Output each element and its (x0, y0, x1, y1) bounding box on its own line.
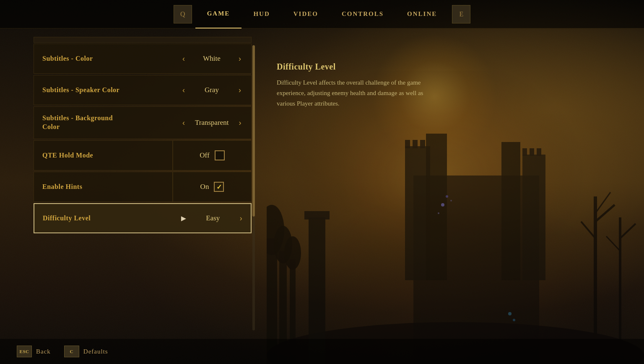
description-title: Difficulty Level (277, 62, 619, 72)
cursor-icon: ► (179, 214, 188, 223)
difficulty-level-value: Easy (196, 214, 230, 222)
subtitles-bg-color-prev[interactable]: ‹ (179, 117, 188, 129)
hints-value-label: On (200, 183, 209, 191)
nav-tabs: GAME HUD VIDEO CONTROLS ONLINE (195, 0, 449, 28)
subtitles-color-label: Subtitles - Color (34, 55, 172, 62)
subtitles-color-next[interactable]: › (235, 53, 244, 65)
qte-hold-mode-control: Off (173, 150, 251, 160)
difficulty-level-next[interactable]: › (236, 212, 246, 225)
partial-row (34, 37, 252, 43)
qte-checkbox-group: Off (200, 150, 224, 160)
subtitles-color-prev[interactable]: ‹ (179, 53, 188, 65)
setting-row-subtitles-bg-color[interactable]: Subtitles - BackgroundColor ‹ Transparen… (34, 106, 252, 139)
subtitles-speaker-color-prev[interactable]: ‹ (179, 84, 188, 96)
subtitles-bg-color-control: ‹ Transparent › (172, 117, 252, 129)
main-area: Subtitles - Color ‹ White › Subtitles - … (0, 28, 644, 339)
hints-checkbox-group: On ✓ (200, 182, 224, 192)
setting-row-subtitles-color[interactable]: Subtitles - Color ‹ White › (34, 44, 252, 74)
c-key: C (64, 346, 79, 357)
subtitles-speaker-color-label: Subtitles - Speaker Color (34, 86, 172, 94)
difficulty-level-label: Difficulty Level (34, 214, 173, 222)
tab-controls[interactable]: CONTROLS (330, 0, 395, 28)
settings-panel: Subtitles - Color ‹ White › Subtitles - … (34, 37, 252, 339)
setting-row-difficulty-level[interactable]: Difficulty Level ► Easy › (34, 203, 252, 233)
subtitles-bg-color-label: Subtitles - BackgroundColor (34, 114, 172, 132)
subtitles-bg-color-value: Transparent (195, 119, 229, 127)
subtitles-bg-color-next[interactable]: › (236, 117, 245, 129)
subtitles-color-value: White (195, 54, 229, 63)
setting-row-qte-hold-mode[interactable]: QTE Hold Mode Off (34, 140, 252, 170)
scroll-bar[interactable] (252, 45, 255, 330)
scroll-thumb (252, 45, 255, 217)
enable-hints-control: On ✓ (173, 182, 251, 192)
back-button[interactable]: ESC Back (17, 346, 51, 357)
nav-icon-left[interactable]: Q (174, 5, 192, 23)
description-panel: Difficulty Level Difficulty Level affect… (252, 37, 644, 339)
top-navigation: Q GAME HUD VIDEO CONTROLS ONLINE E (0, 0, 644, 28)
defaults-label: Defaults (83, 348, 108, 355)
tab-game[interactable]: GAME (195, 0, 242, 28)
checkmark-icon: ✓ (216, 183, 222, 191)
qte-value-label: Off (200, 151, 209, 160)
qte-checkbox[interactable] (215, 150, 225, 160)
defaults-button[interactable]: C Defaults (64, 346, 108, 357)
setting-row-enable-hints[interactable]: Enable Hints On ✓ (34, 172, 252, 202)
tab-video[interactable]: VIDEO (282, 0, 330, 28)
back-label: Back (36, 348, 51, 355)
subtitles-speaker-color-value: Gray (195, 86, 229, 94)
enable-hints-label: Enable Hints (34, 183, 172, 191)
difficulty-level-control: ► Easy › (173, 212, 252, 225)
subtitles-speaker-color-next[interactable]: › (235, 84, 244, 96)
nav-icon-right[interactable]: E (452, 5, 470, 23)
hints-checkbox[interactable]: ✓ (214, 182, 224, 192)
tab-online[interactable]: ONLINE (395, 0, 449, 28)
qte-hold-mode-label: QTE Hold Mode (34, 152, 172, 159)
tab-hud[interactable]: HUD (242, 0, 281, 28)
subtitles-speaker-color-control: ‹ Gray › (172, 84, 251, 96)
subtitles-color-control: ‹ White › (172, 53, 251, 65)
description-text: Difficulty Level affects the overall cha… (277, 77, 436, 108)
bottom-bar: ESC Back C Defaults (0, 339, 644, 364)
setting-row-subtitles-speaker-color[interactable]: Subtitles - Speaker Color ‹ Gray › (34, 75, 252, 105)
esc-key: ESC (17, 346, 32, 357)
